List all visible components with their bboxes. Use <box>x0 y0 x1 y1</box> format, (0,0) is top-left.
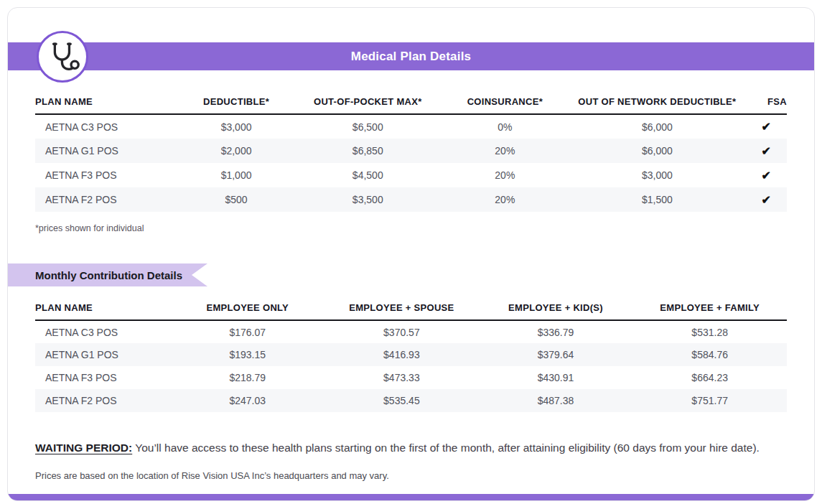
col-employee-family: EMPLOYEE + FAMILY <box>632 297 787 320</box>
coinsurance-value: 0% <box>441 114 569 139</box>
employee-spouse-value: $416.93 <box>324 343 479 366</box>
employee-family-value: $531.28 <box>632 320 787 343</box>
employee-only-value: $176.07 <box>170 320 324 343</box>
col-oop-max: OUT-OF-POCKET MAX* <box>294 90 441 114</box>
table-row: AETNA F2 POS $500 $3,500 20% $1,500 ✔ <box>35 187 787 212</box>
waiting-period-text: WAITING PERIOD: You’ll have access to th… <box>35 441 787 456</box>
table-row: AETNA F2 POS $247.03 $535.45 $487.38 $75… <box>35 389 787 412</box>
waiting-period-label: WAITING PERIOD: <box>35 442 132 454</box>
plan-name: AETNA F3 POS <box>35 366 170 389</box>
employee-family-value: $584.76 <box>632 343 787 366</box>
checkmark-icon: ✔ <box>745 139 787 163</box>
monthly-contribution-ribbon: Monthly Contribution Details <box>8 263 207 286</box>
employee-kids-value: $379.64 <box>479 343 633 366</box>
table-header-row: PLAN NAME DEDUCTIBLE* OUT-OF-POCKET MAX*… <box>35 90 787 114</box>
col-fsa: FSA <box>745 90 787 114</box>
medical-plan-card: Medical Plan Details PLAN NAME DEDUCTIBL… <box>7 7 815 501</box>
col-deductible: DEDUCTIBLE* <box>178 90 294 114</box>
employee-kids-value: $487.38 <box>479 389 633 412</box>
card-content: PLAN NAME DEDUCTIBLE* OUT-OF-POCKET MAX*… <box>35 70 787 481</box>
employee-spouse-value: $370.57 <box>324 320 479 343</box>
col-coinsurance: COINSURANCE* <box>441 90 569 114</box>
checkmark-icon: ✔ <box>745 187 787 212</box>
employee-only-value: $193.15 <box>170 343 324 366</box>
checkmark-icon: ✔ <box>745 114 787 139</box>
employee-kids-value: $430.91 <box>479 366 633 389</box>
col-oon-deductible: OUT OF NETWORK DEDUCTIBLE* <box>569 90 745 114</box>
employee-family-value: $664.23 <box>632 366 787 389</box>
plan-name: AETNA G1 POS <box>35 139 178 163</box>
stethoscope-icon <box>44 38 81 75</box>
table-row: AETNA G1 POS $2,000 $6,850 20% $6,000 ✔ <box>35 139 787 163</box>
plan-name: AETNA F2 POS <box>35 187 178 212</box>
coinsurance-value: 20% <box>441 139 569 163</box>
waiting-period-body: You’ll have access to these health plans… <box>132 442 760 454</box>
table-row: AETNA F3 POS $1,000 $4,500 20% $3,000 ✔ <box>35 163 787 187</box>
location-note: Prices are based on the location of Rise… <box>35 470 787 481</box>
checkmark-icon: ✔ <box>745 163 787 187</box>
col-plan-name: PLAN NAME <box>35 297 170 320</box>
table-row: AETNA C3 POS $3,000 $6,500 0% $6,000 ✔ <box>35 114 787 139</box>
oon-deductible-value: $6,000 <box>569 139 745 163</box>
table-row: AETNA G1 POS $193.15 $416.93 $379.64 $58… <box>35 343 787 366</box>
employee-kids-value: $336.79 <box>479 320 633 343</box>
section-banner: Medical Plan Details <box>8 42 814 70</box>
table-row: AETNA C3 POS $176.07 $370.57 $336.79 $53… <box>35 320 787 343</box>
employee-family-value: $751.77 <box>632 389 787 412</box>
deductible-value: $3,000 <box>178 114 294 139</box>
page-title: Medical Plan Details <box>351 50 471 64</box>
plan-details-table: PLAN NAME DEDUCTIBLE* OUT-OF-POCKET MAX*… <box>35 90 787 212</box>
employee-only-value: $218.79 <box>170 366 324 389</box>
oop-max-value: $6,500 <box>294 114 441 139</box>
plan-name: AETNA F2 POS <box>35 389 170 412</box>
employee-spouse-value: $535.45 <box>324 389 479 412</box>
deductible-value: $1,000 <box>178 163 294 187</box>
oop-max-value: $4,500 <box>294 163 441 187</box>
contribution-table: PLAN NAME EMPLOYEE ONLY EMPLOYEE + SPOUS… <box>35 297 787 412</box>
employee-only-value: $247.03 <box>170 389 324 412</box>
deductible-value: $2,000 <box>178 139 294 163</box>
plan-name: AETNA C3 POS <box>35 114 178 139</box>
table-row: AETNA F3 POS $218.79 $473.33 $430.91 $66… <box>35 366 787 389</box>
plan-name: AETNA C3 POS <box>35 320 170 343</box>
oop-max-value: $3,500 <box>294 187 441 212</box>
coinsurance-value: 20% <box>441 163 569 187</box>
table-header-row: PLAN NAME EMPLOYEE ONLY EMPLOYEE + SPOUS… <box>35 297 787 320</box>
individual-prices-footnote: *prices shown for individual <box>35 223 787 233</box>
employee-spouse-value: $473.33 <box>324 366 479 389</box>
col-plan-name: PLAN NAME <box>35 90 178 114</box>
oop-max-value: $6,850 <box>294 139 441 163</box>
col-employee-spouse: EMPLOYEE + SPOUSE <box>324 297 479 320</box>
col-employee-only: EMPLOYEE ONLY <box>170 297 324 320</box>
plan-name: AETNA F3 POS <box>35 163 178 187</box>
coinsurance-value: 20% <box>441 187 569 212</box>
plan-name: AETNA G1 POS <box>35 343 170 366</box>
oon-deductible-value: $3,000 <box>569 163 745 187</box>
medical-icon-badge <box>37 31 88 83</box>
bottom-accent-bar <box>8 494 814 500</box>
section-title: Monthly Contribution Details <box>35 269 182 281</box>
col-employee-kids: EMPLOYEE + KID(S) <box>479 297 633 320</box>
deductible-value: $500 <box>178 187 294 212</box>
oon-deductible-value: $1,500 <box>569 187 745 212</box>
oon-deductible-value: $6,000 <box>569 114 745 139</box>
